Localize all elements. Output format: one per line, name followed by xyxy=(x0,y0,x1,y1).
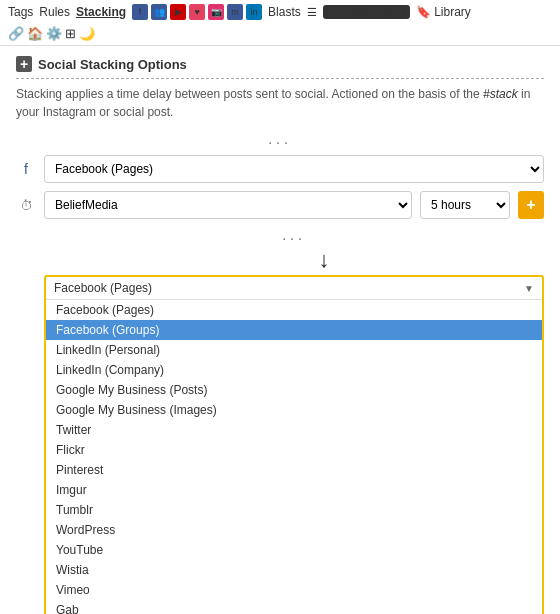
arrow-down-icon: ↓ xyxy=(319,247,330,272)
dropdown-item[interactable]: Google My Business (Posts) xyxy=(46,380,542,400)
messenger-icon[interactable]: m xyxy=(227,4,243,20)
section-title-row: + Social Stacking Options xyxy=(16,56,544,72)
moon-icon[interactable]: 🌙 xyxy=(79,26,95,41)
dropdown-item[interactable]: Flickr xyxy=(46,440,542,460)
nav-icons: f 👥 ▶ ♥ 📷 m in xyxy=(132,4,262,20)
dropdown-arrow-row: ↓ xyxy=(104,247,544,273)
settings-icons: 🔗 🏠 ⚙️ ⊞ 🌙 xyxy=(8,26,95,41)
dropdown-item[interactable]: Tumblr xyxy=(46,500,542,520)
blasts-label[interactable]: Blasts xyxy=(268,5,301,19)
dropdown-item[interactable]: Imgur xyxy=(46,480,542,500)
dropdown-items-list: Facebook (Pages)Facebook (Groups)LinkedI… xyxy=(46,300,542,614)
instagram-icon[interactable]: 📷 xyxy=(208,4,224,20)
hash-tag: #stack xyxy=(483,87,518,101)
description: Stacking applies a time delay between po… xyxy=(16,85,544,121)
dropdown-dots: ... xyxy=(44,227,544,243)
dropdown-item[interactable]: Facebook (Pages) xyxy=(46,300,542,320)
clock-icon: ⏱ xyxy=(16,195,36,215)
dropdown-header: Facebook (Pages) ▼ xyxy=(46,277,542,300)
list-icon: ☰ xyxy=(307,6,317,19)
section-title: Social Stacking Options xyxy=(38,57,187,72)
youtube-icon[interactable]: ▶ xyxy=(170,4,186,20)
facebook-form-icon: f xyxy=(16,159,36,179)
add-button[interactable]: + xyxy=(518,191,544,219)
dropdown-item[interactable]: LinkedIn (Company) xyxy=(46,360,542,380)
dropdown-item[interactable]: Facebook (Groups) xyxy=(46,320,542,340)
dropdown-header-label: Facebook (Pages) xyxy=(54,281,152,295)
description-part1: Stacking applies a time delay between po… xyxy=(16,87,480,101)
dropdown-item[interactable]: WordPress xyxy=(46,520,542,540)
facebook-page-icon[interactable]: f xyxy=(132,4,148,20)
home-icon[interactable]: 🏠 xyxy=(27,26,43,41)
library-label[interactable]: 🔖 Library xyxy=(416,5,471,19)
dots-separator-1: ... xyxy=(16,131,544,147)
dropdown-item[interactable]: Twitter xyxy=(46,420,542,440)
main-content: + Social Stacking Options Stacking appli… xyxy=(0,46,560,614)
dropdown-item[interactable]: Pinterest xyxy=(46,460,542,480)
pending-badge: [ Pending: 202 ] xyxy=(323,5,410,19)
group-icon[interactable]: 👥 xyxy=(151,4,167,20)
nav-stacking[interactable]: Stacking xyxy=(76,5,126,19)
grid-icon[interactable]: ⊞ xyxy=(65,26,76,41)
nav-tags[interactable]: Tags xyxy=(8,5,33,19)
facebook-pages-select[interactable]: Facebook (Pages) xyxy=(44,155,544,183)
dropdown-item[interactable]: Wistia xyxy=(46,560,542,580)
top-nav: Tags Rules Stacking f 👥 ▶ ♥ 📷 m in Blast… xyxy=(0,0,560,46)
gear-icon[interactable]: ⚙️ xyxy=(46,26,62,41)
dropdown-item[interactable]: Google My Business (Images) xyxy=(46,400,542,420)
link-icon[interactable]: 🔗 xyxy=(8,26,24,41)
hours-select[interactable]: 5 hours xyxy=(420,191,510,219)
heart-icon[interactable]: ♥ xyxy=(189,4,205,20)
linkedin-icon[interactable]: in xyxy=(246,4,262,20)
dropdown-item[interactable]: Vimeo xyxy=(46,580,542,600)
beliefmedia-select[interactable]: BeliefMedia xyxy=(44,191,412,219)
dropdown-item[interactable]: Gab xyxy=(46,600,542,614)
dropdown-chevron-icon: ▼ xyxy=(524,283,534,294)
dropdown-item[interactable]: LinkedIn (Personal) xyxy=(46,340,542,360)
facebook-form-row: f Facebook (Pages) xyxy=(16,155,544,183)
dropdown-item[interactable]: YouTube xyxy=(46,540,542,560)
beliefmedia-form-row: ⏱ BeliefMedia 5 hours + xyxy=(16,191,544,219)
nav-rules[interactable]: Rules xyxy=(39,5,70,19)
plus-icon[interactable]: + xyxy=(16,56,32,72)
dropdown-box[interactable]: Facebook (Pages) ▼ Facebook (Pages)Faceb… xyxy=(44,275,544,614)
dropdown-container: ... ↓ Facebook (Pages) ▼ Facebook (Pages… xyxy=(44,227,544,614)
divider xyxy=(16,78,544,79)
